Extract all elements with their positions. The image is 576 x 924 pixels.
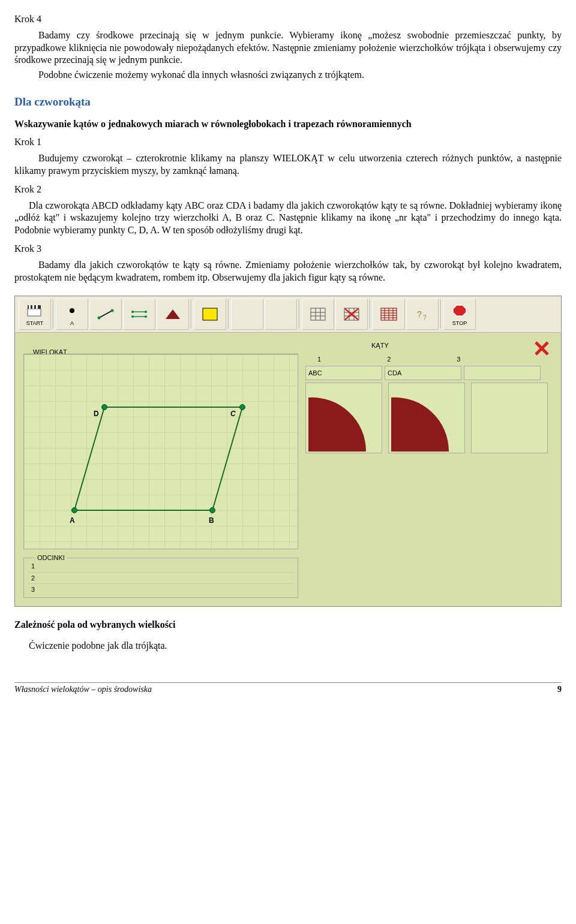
angle-name-cell-1: ABC xyxy=(305,366,382,380)
vertex-c[interactable] xyxy=(239,404,245,410)
parallel-lines-icon xyxy=(130,306,149,323)
krok1-heading: Krok 1 xyxy=(14,136,562,149)
separator xyxy=(440,300,442,329)
svg-rect-16 xyxy=(203,308,217,320)
separator xyxy=(53,300,54,329)
segments-panel: ODCINKI 1 2 3 xyxy=(23,558,298,598)
polygon-canvas[interactable]: A B C D xyxy=(23,354,298,549)
page-footer: Własności wielokątów – opis środowiska 9 xyxy=(14,683,562,695)
svg-line-6 xyxy=(99,311,112,318)
krok2-heading: Krok 2 xyxy=(14,183,562,196)
svg-point-11 xyxy=(131,311,134,313)
help-button[interactable]: ?? xyxy=(406,299,439,330)
svg-point-14 xyxy=(145,315,147,318)
stop-sign-icon xyxy=(450,302,469,319)
close-icon[interactable] xyxy=(533,340,550,357)
question-icon: ?? xyxy=(413,306,432,323)
krok4-heading: Krok 4 xyxy=(14,13,562,26)
svg-rect-0 xyxy=(28,309,41,316)
vertex-a-label: A xyxy=(70,516,75,526)
svg-rect-3 xyxy=(32,305,34,309)
separator xyxy=(299,300,300,329)
pattern-icon xyxy=(379,306,398,323)
section-subheading: Wskazywanie kątów o jednakowych miarach … xyxy=(14,118,562,131)
segments-panel-label: ODCINKI xyxy=(35,553,67,562)
krok1-para: Budujemy czworokąt – czterokrotnie klika… xyxy=(14,152,562,177)
angle-col-1: 1 xyxy=(317,355,321,363)
angle-name-cell-2: CDA xyxy=(385,366,461,380)
app-window: START A xyxy=(14,296,562,607)
angles-column-numbers: 1 2 3 xyxy=(317,355,553,363)
section-title: Dla czworokąta xyxy=(14,95,562,110)
empty-button-1[interactable] xyxy=(231,299,263,330)
segment-row-2[interactable]: 2 xyxy=(28,572,294,583)
grid-button[interactable] xyxy=(302,299,334,330)
krok2-para: Dla czworokąta ABCD odkładamy kąty ABC o… xyxy=(14,200,562,237)
krok4-para2: Podobne ćwiczenie możemy wykonać dla inn… xyxy=(14,69,562,82)
pattern-button[interactable] xyxy=(373,299,405,330)
vertex-d-label: D xyxy=(94,410,99,419)
svg-rect-4 xyxy=(36,305,38,309)
angle-wedge-2[interactable] xyxy=(388,383,465,453)
grid-icon xyxy=(308,306,328,323)
krok3-para: Badamy dla jakich czworokątów te kąty są… xyxy=(14,259,562,284)
workspace: WIELOKĄT A B C D ODCINKI 1 2 3 xyxy=(15,333,561,606)
angle-wedge-3[interactable] xyxy=(471,383,548,453)
clapperboard-icon xyxy=(25,302,44,319)
svg-point-12 xyxy=(145,311,147,313)
polygon-shape xyxy=(24,354,298,549)
svg-point-5 xyxy=(70,308,74,313)
krok4-para1: Badamy czy środkowe przecinają się w jed… xyxy=(14,29,562,67)
angle-col-3: 3 xyxy=(457,355,460,363)
color-button[interactable] xyxy=(194,299,226,330)
no-grid-button[interactable] xyxy=(335,299,368,330)
krok3-heading: Krok 3 xyxy=(14,243,562,255)
vertex-c-label: C xyxy=(230,410,236,419)
tail-para: Ćwiczenie podobne jak dla trójkąta. xyxy=(14,640,562,652)
vertex-b[interactable] xyxy=(209,507,215,513)
svg-marker-15 xyxy=(166,309,180,319)
blank-icon xyxy=(271,306,290,323)
angle-wedge-1[interactable] xyxy=(305,383,382,453)
segment-row-1[interactable]: 1 xyxy=(28,561,294,571)
tail-heading: Zależność pola od wybranych wielkości xyxy=(14,619,562,631)
svg-text:?: ? xyxy=(417,309,422,319)
svg-rect-17 xyxy=(311,308,325,320)
blank-icon xyxy=(238,306,257,323)
svg-rect-2 xyxy=(29,305,31,309)
point-button[interactable]: A xyxy=(56,299,88,330)
separator xyxy=(370,300,371,329)
angles-header: KĄTY xyxy=(305,341,553,350)
vertex-a[interactable] xyxy=(71,507,77,513)
segment-row-3[interactable]: 3 xyxy=(28,583,294,595)
triangle-icon xyxy=(163,306,182,323)
svg-point-8 xyxy=(111,309,114,312)
svg-marker-40 xyxy=(74,407,242,510)
grid-crossed-icon xyxy=(342,306,361,323)
footer-title: Własności wielokątów – opis środowiska xyxy=(14,684,152,695)
segment-button[interactable] xyxy=(89,299,122,330)
svg-point-13 xyxy=(131,315,134,318)
empty-button-2[interactable] xyxy=(265,299,297,330)
segment-icon xyxy=(96,306,115,323)
vertex-d[interactable] xyxy=(101,404,107,410)
stop-button[interactable]: STOP xyxy=(443,299,476,330)
toolbar: START A xyxy=(15,296,561,333)
angle-col-2: 2 xyxy=(387,355,391,363)
vertex-b-label: B xyxy=(209,516,214,526)
wedge-icon xyxy=(389,383,465,453)
svg-point-7 xyxy=(98,317,101,320)
wedge-icon xyxy=(306,383,382,453)
triangle-fill-button[interactable] xyxy=(157,299,189,330)
angles-title: KĄTY xyxy=(371,341,389,350)
point-icon xyxy=(62,302,82,319)
parallel-button[interactable] xyxy=(123,299,155,330)
start-button[interactable]: START xyxy=(19,299,51,330)
svg-marker-39 xyxy=(453,305,466,316)
separator xyxy=(191,300,192,329)
svg-text:?: ? xyxy=(423,314,427,321)
page-number: 9 xyxy=(557,684,562,695)
angle-name-cell-3 xyxy=(464,366,541,380)
color-swatch-icon xyxy=(200,306,220,323)
separator xyxy=(228,300,229,329)
